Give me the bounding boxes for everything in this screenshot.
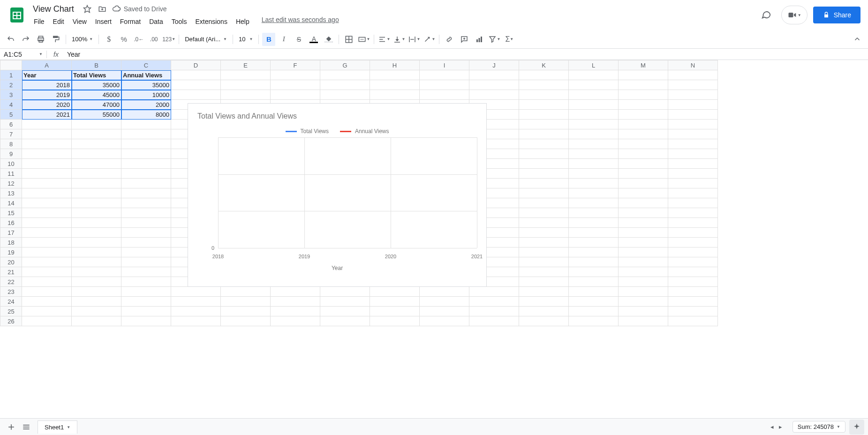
currency-icon[interactable]: $	[102, 33, 115, 46]
more-formats-select[interactable]: 123▼	[162, 33, 175, 46]
cell[interactable]	[569, 238, 619, 248]
cell[interactable]	[619, 208, 668, 218]
cell[interactable]	[668, 198, 718, 208]
cell[interactable]	[668, 179, 718, 188]
zoom-select[interactable]: 100%▼	[69, 36, 96, 43]
cell[interactable]	[121, 188, 171, 198]
row-header[interactable]: 13	[0, 188, 22, 198]
row-header[interactable]: 17	[0, 228, 22, 238]
col-header[interactable]: M	[619, 60, 668, 70]
print-icon[interactable]	[34, 33, 47, 46]
cell[interactable]	[22, 228, 72, 238]
row-header[interactable]: 14	[0, 198, 22, 208]
cell[interactable]	[569, 149, 619, 159]
cell[interactable]	[519, 70, 569, 80]
cell[interactable]: Annual Views	[121, 70, 171, 80]
redo-icon[interactable]	[19, 33, 32, 46]
cell[interactable]: 2000	[121, 100, 171, 110]
cell[interactable]	[519, 267, 569, 277]
col-header[interactable]: K	[519, 60, 569, 70]
cell[interactable]	[221, 307, 271, 316]
cell[interactable]	[72, 267, 121, 277]
cell[interactable]	[22, 198, 72, 208]
cell[interactable]	[22, 179, 72, 188]
cell[interactable]	[320, 90, 370, 100]
cell[interactable]	[569, 248, 619, 257]
col-header[interactable]: E	[221, 60, 271, 70]
cell[interactable]	[420, 90, 469, 100]
cell[interactable]	[420, 70, 469, 80]
cell[interactable]	[668, 316, 718, 326]
cell[interactable]	[72, 287, 121, 297]
cell[interactable]	[22, 307, 72, 316]
row-header[interactable]: 1	[0, 70, 22, 80]
cell[interactable]	[271, 90, 320, 100]
cell[interactable]	[519, 149, 569, 159]
last-edit-link[interactable]: Last edit was seconds ago	[262, 16, 339, 27]
cell[interactable]	[668, 139, 718, 149]
menu-data[interactable]: Data	[145, 16, 167, 27]
cell[interactable]	[22, 139, 72, 149]
row-header[interactable]: 24	[0, 297, 22, 307]
cell[interactable]	[221, 316, 271, 326]
cell[interactable]	[72, 159, 121, 169]
col-header[interactable]: J	[469, 60, 519, 70]
cell[interactable]	[72, 179, 121, 188]
cell[interactable]	[619, 110, 668, 120]
menu-extensions[interactable]: Extensions	[191, 16, 231, 27]
cell[interactable]	[519, 90, 569, 100]
cell[interactable]	[221, 80, 271, 90]
cell[interactable]	[569, 198, 619, 208]
cell[interactable]	[22, 218, 72, 228]
cell[interactable]	[569, 100, 619, 110]
decrease-decimal-icon[interactable]: .0←	[132, 33, 145, 46]
merge-cells-button[interactable]: ▼	[357, 33, 370, 46]
row-header[interactable]: 22	[0, 277, 22, 287]
cell[interactable]	[519, 277, 569, 287]
row-header[interactable]: 20	[0, 257, 22, 267]
cell[interactable]	[420, 316, 469, 326]
cell[interactable]	[171, 297, 221, 307]
cell[interactable]	[519, 198, 569, 208]
cell[interactable]	[171, 287, 221, 297]
cell[interactable]	[121, 198, 171, 208]
cell[interactable]: 2020	[22, 100, 72, 110]
cell[interactable]	[519, 316, 569, 326]
cell[interactable]	[619, 188, 668, 198]
cell[interactable]	[519, 80, 569, 90]
cell[interactable]: 35000	[72, 80, 121, 90]
cell[interactable]	[121, 120, 171, 129]
cell[interactable]	[668, 267, 718, 277]
cell[interactable]	[221, 90, 271, 100]
cell[interactable]	[72, 277, 121, 287]
cell[interactable]	[72, 198, 121, 208]
cell[interactable]	[668, 287, 718, 297]
cell[interactable]	[121, 208, 171, 218]
cell[interactable]	[569, 316, 619, 326]
menu-view[interactable]: View	[69, 16, 91, 27]
cell[interactable]	[619, 316, 668, 326]
sheets-logo[interactable]	[8, 6, 26, 24]
cell[interactable]	[22, 208, 72, 218]
cell[interactable]	[72, 238, 121, 248]
row-header[interactable]: 8	[0, 139, 22, 149]
cell[interactable]	[121, 297, 171, 307]
cell[interactable]	[569, 139, 619, 149]
cell[interactable]	[569, 287, 619, 297]
cell[interactable]: 2021	[22, 110, 72, 120]
bold-button[interactable]: B	[262, 33, 275, 46]
cell[interactable]	[22, 248, 72, 257]
cell[interactable]	[22, 297, 72, 307]
rotate-button[interactable]: ▼	[423, 33, 436, 46]
col-header[interactable]: B	[72, 60, 121, 70]
cell[interactable]	[469, 307, 519, 316]
cell[interactable]	[519, 110, 569, 120]
cell[interactable]	[668, 129, 718, 139]
cell[interactable]	[271, 80, 320, 90]
menu-tools[interactable]: Tools	[168, 16, 191, 27]
cell[interactable]	[569, 297, 619, 307]
cell[interactable]	[619, 287, 668, 297]
share-button[interactable]: Share	[813, 7, 860, 23]
cell[interactable]	[72, 129, 121, 139]
cell[interactable]	[619, 100, 668, 110]
